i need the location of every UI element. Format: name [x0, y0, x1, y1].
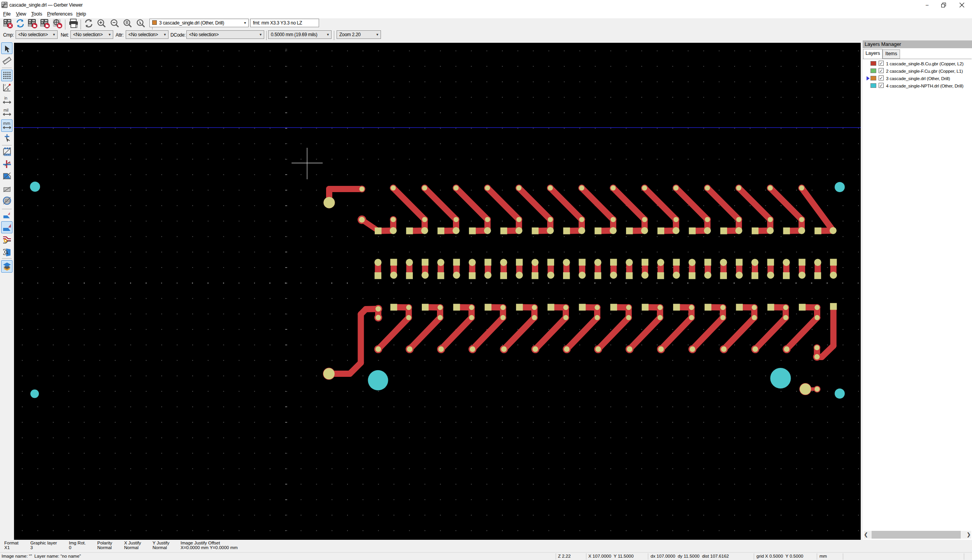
- svg-text:mil: mil: [4, 108, 9, 112]
- svg-text:θ: θ: [7, 88, 9, 91]
- svg-text:mm: mm: [3, 121, 10, 126]
- svg-text:in: in: [4, 96, 7, 100]
- svg-text:r: r: [5, 83, 6, 87]
